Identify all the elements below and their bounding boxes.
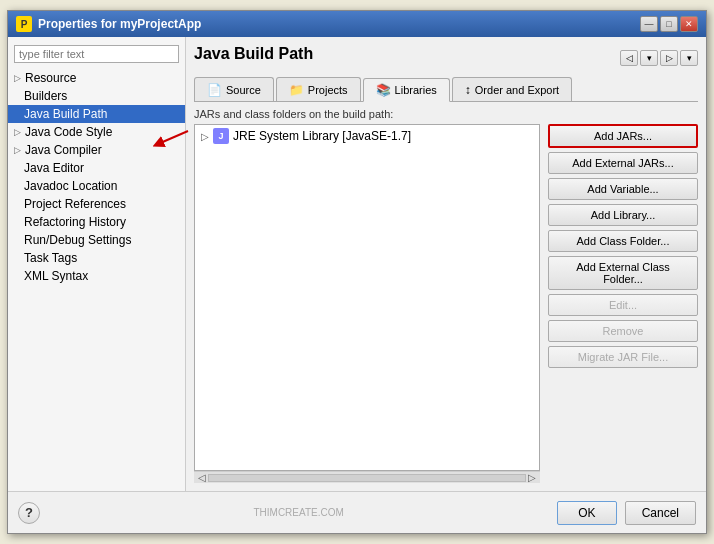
arrow-icon: ▷ [14, 127, 21, 137]
main-window: P Properties for myProjectApp — □ ✕ ▷ Re… [7, 10, 707, 534]
window-title: Properties for myProjectApp [38, 17, 201, 31]
maximize-button[interactable]: □ [660, 16, 678, 32]
order-icon: ↕ [465, 83, 471, 97]
arrow-icon: ▷ [14, 145, 21, 155]
filter-input[interactable] [14, 45, 179, 63]
build-path-content: ▷ J JRE System Library [JavaSE-1.7] ◁ ▷ [194, 124, 698, 483]
title-bar: P Properties for myProjectApp — □ ✕ [8, 11, 706, 37]
sidebar: ▷ Resource Builders Java Build Path ▷ Ja… [8, 37, 186, 491]
add-jars-button[interactable]: Add JARs... [548, 124, 698, 148]
content-area: ▷ Resource Builders Java Build Path ▷ Ja… [8, 37, 706, 491]
add-external-jars-button[interactable]: Add External JARs... [548, 152, 698, 174]
sidebar-item-java-code-style[interactable]: ▷ Java Code Style [8, 123, 185, 141]
cancel-button[interactable]: Cancel [625, 501, 696, 525]
tab-order-export[interactable]: ↕ Order and Export [452, 77, 572, 101]
add-library-button[interactable]: Add Library... [548, 204, 698, 226]
source-icon: 📄 [207, 83, 222, 97]
sidebar-item-resource[interactable]: ▷ Resource [8, 69, 185, 87]
expand-arrow-icon: ▷ [201, 131, 209, 142]
bottom-buttons: OK Cancel [557, 501, 696, 525]
edit-button[interactable]: Edit... [548, 294, 698, 316]
add-variable-button[interactable]: Add Variable... [548, 178, 698, 200]
migrate-jar-button[interactable]: Migrate JAR File... [548, 346, 698, 368]
nav-dropdown2-button[interactable]: ▾ [680, 50, 698, 66]
help-button[interactable]: ? [18, 502, 40, 524]
nav-dropdown-button[interactable]: ▾ [640, 50, 658, 66]
scroll-right-button[interactable]: ▷ [526, 472, 538, 483]
sidebar-item-project-references[interactable]: Project References [8, 195, 185, 213]
arrow-icon: ▷ [14, 73, 21, 83]
buttons-panel: Add JARs... Add External JARs... Add Var… [548, 124, 698, 483]
sidebar-item-refactoring-history[interactable]: Refactoring History [8, 213, 185, 231]
nav-back-button[interactable]: ◁ [620, 50, 638, 66]
tab-libraries[interactable]: 📚 Libraries [363, 78, 450, 102]
scroll-left-button[interactable]: ◁ [196, 472, 208, 483]
title-bar-left: P Properties for myProjectApp [16, 16, 201, 32]
scrollbar-track[interactable] [208, 474, 526, 482]
tabs: 📄 Source 📁 Projects 📚 Libraries ↕ Order … [194, 77, 698, 102]
panel-title: Java Build Path [194, 45, 313, 63]
nav-forward-button[interactable]: ▷ [660, 50, 678, 66]
tab-projects[interactable]: 📁 Projects [276, 77, 361, 101]
nav-arrows: ◁ ▾ ▷ ▾ [620, 50, 698, 66]
close-button[interactable]: ✕ [680, 16, 698, 32]
tree-area: ▷ J JRE System Library [JavaSE-1.7] [194, 124, 540, 471]
tree-empty-area [195, 147, 539, 470]
tab-source[interactable]: 📄 Source [194, 77, 274, 101]
add-external-class-folder-button[interactable]: Add External Class Folder... [548, 256, 698, 290]
window-icon: P [16, 16, 32, 32]
sidebar-item-java-compiler[interactable]: ▷ Java Compiler [8, 141, 185, 159]
ok-button[interactable]: OK [557, 501, 616, 525]
sidebar-item-run-debug-settings[interactable]: Run/Debug Settings [8, 231, 185, 249]
sidebar-item-javadoc-location[interactable]: Javadoc Location [8, 177, 185, 195]
sidebar-item-xml-syntax[interactable]: XML Syntax [8, 267, 185, 285]
jre-icon: J [213, 128, 229, 144]
panel-header: Java Build Path ◁ ▾ ▷ ▾ [194, 45, 698, 71]
projects-icon: 📁 [289, 83, 304, 97]
title-bar-controls: — □ ✕ [640, 16, 698, 32]
sidebar-item-java-build-path[interactable]: Java Build Path [8, 105, 185, 123]
description-text: JARs and class folders on the build path… [194, 108, 698, 120]
horizontal-scrollbar[interactable]: ◁ ▷ [194, 471, 540, 483]
bottom-bar: ? THIMCREATE.COM OK Cancel [8, 491, 706, 533]
add-class-folder-button[interactable]: Add Class Folder... [548, 230, 698, 252]
libraries-icon: 📚 [376, 83, 391, 97]
tree-item-jre[interactable]: ▷ J JRE System Library [JavaSE-1.7] [195, 125, 539, 147]
sidebar-item-builders[interactable]: Builders [8, 87, 185, 105]
watermark: THIMCREATE.COM [253, 507, 343, 518]
main-panel: Java Build Path ◁ ▾ ▷ ▾ 📄 Source 📁 Proje… [186, 37, 706, 491]
minimize-button[interactable]: — [640, 16, 658, 32]
sidebar-item-java-editor[interactable]: Java Editor [8, 159, 185, 177]
remove-button[interactable]: Remove [548, 320, 698, 342]
sidebar-item-task-tags[interactable]: Task Tags [8, 249, 185, 267]
